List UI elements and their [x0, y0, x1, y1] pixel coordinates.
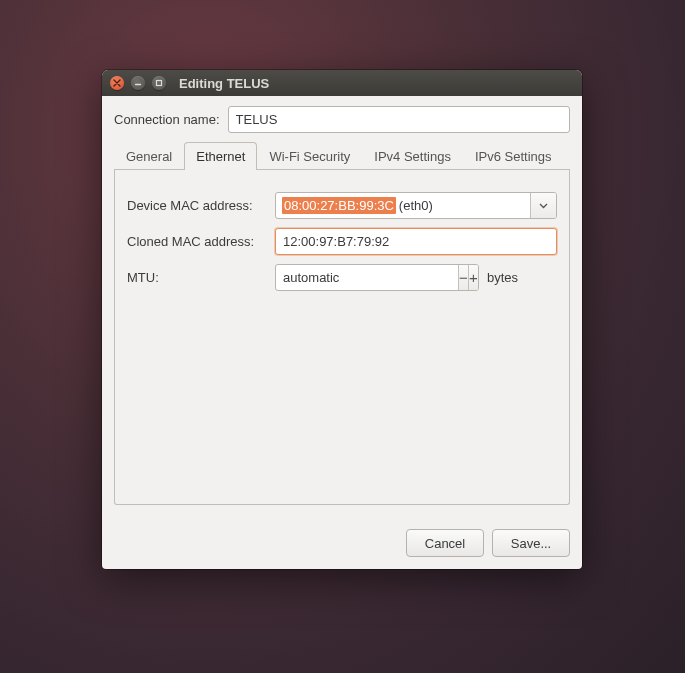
content-area: Connection name: General Ethernet Wi-Fi …	[102, 96, 582, 517]
device-mac-label: Device MAC address:	[127, 198, 275, 213]
cancel-button[interactable]: Cancel	[406, 529, 484, 557]
save-button[interactable]: Save...	[492, 529, 570, 557]
window-title: Editing TELUS	[179, 76, 269, 91]
mtu-label: MTU:	[127, 270, 275, 285]
close-icon[interactable]	[110, 76, 124, 90]
dialog-footer: Cancel Save...	[102, 517, 582, 569]
device-mac-value: 08:00:27:BB:99:3C	[282, 197, 396, 214]
tab-ethernet[interactable]: Ethernet	[184, 142, 257, 170]
device-mac-iface: (eth0)	[399, 198, 433, 213]
maximize-icon[interactable]	[152, 76, 166, 90]
cloned-mac-label: Cloned MAC address:	[127, 234, 275, 249]
titlebar: Editing TELUS	[102, 70, 582, 96]
tab-bar: General Ethernet Wi-Fi Security IPv4 Set…	[114, 141, 570, 170]
tab-general[interactable]: General	[114, 142, 184, 170]
svg-rect-0	[157, 81, 162, 86]
tab-ipv4-settings[interactable]: IPv4 Settings	[362, 142, 463, 170]
tab-wifi-security[interactable]: Wi-Fi Security	[257, 142, 362, 170]
connection-name-label: Connection name:	[114, 112, 220, 127]
mtu-spinbox[interactable]: − +	[275, 264, 479, 291]
mtu-unit: bytes	[487, 270, 518, 285]
cloned-mac-input[interactable]	[275, 228, 557, 255]
mtu-value[interactable]	[276, 265, 458, 290]
tab-ipv6-settings[interactable]: IPv6 Settings	[463, 142, 564, 170]
connection-name-input[interactable]	[228, 106, 570, 133]
device-mac-combo[interactable]: 08:00:27:BB:99:3C (eth0)	[275, 192, 557, 219]
minimize-icon[interactable]	[131, 76, 145, 90]
mtu-decrement[interactable]: −	[458, 265, 468, 290]
dialog-window: Editing TELUS Connection name: General E…	[102, 70, 582, 569]
ethernet-panel: Device MAC address: 08:00:27:BB:99:3C (e…	[114, 170, 570, 505]
chevron-down-icon[interactable]	[530, 193, 556, 218]
mtu-increment[interactable]: +	[468, 265, 478, 290]
